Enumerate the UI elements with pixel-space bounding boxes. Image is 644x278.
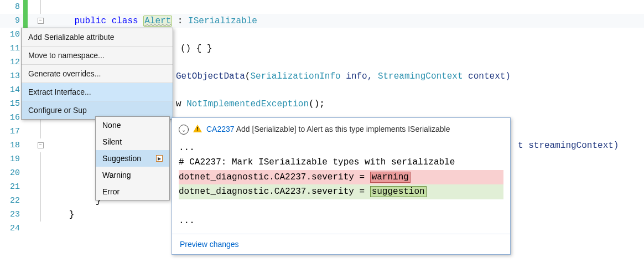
menu-item-move-namespace[interactable]: Move to namespace... [22, 47, 173, 65]
editor-line: 8 [0, 0, 644, 14]
line-number: 13 [0, 71, 23, 81]
preview-panel: ⌄ CA2237 Add [Serializable] to Alert as … [172, 117, 511, 255]
fold-toggle[interactable]: − [38, 18, 44, 24]
line-number: 8 [0, 2, 23, 12]
warning-icon [193, 125, 202, 132]
line-number: 17 [0, 127, 23, 136]
line-number: 18 [0, 141, 23, 150]
change-marker [23, 0, 28, 14]
interface-name: ISerializable [188, 16, 257, 26]
quick-actions-menu[interactable]: Add Serializable attribute Move to names… [21, 28, 173, 120]
line-number: 22 [0, 196, 23, 205]
line-number: 24 [0, 224, 23, 233]
diff-comment: # CA2237: Mark ISerializable types with … [179, 157, 455, 167]
line-number: 20 [0, 168, 23, 178]
line-number: 12 [0, 58, 23, 67]
diff-removed-line: dotnet_diagnostic.CA2237.severity = warn… [179, 170, 503, 184]
severity-warning[interactable]: Warning [96, 167, 169, 183]
chevron-right-icon: ▶ [156, 155, 163, 162]
severity-silent[interactable]: Silent [96, 133, 169, 150]
class-name[interactable]: Alert [143, 16, 172, 27]
menu-item-generate-overrides[interactable]: Generate overrides... [22, 65, 173, 83]
line-number: 10 [0, 30, 23, 39]
fold-toggle[interactable]: − [38, 142, 44, 148]
menu-item-extract-interface[interactable]: Extract Interface... [22, 83, 173, 101]
line-number: 16 [0, 113, 23, 122]
line-number: 23 [0, 210, 23, 219]
line-number: 19 [0, 155, 23, 164]
severity-submenu[interactable]: None Silent Suggestion ▶ Warning Error [95, 116, 170, 200]
line-number: 14 [0, 85, 23, 95]
editor-line: 9 − public class Alert : ISerializable [0, 14, 644, 28]
diff-added-line: dotnet_diagnostic.CA2237.severity = sugg… [179, 184, 503, 199]
line-number: 9 [0, 16, 23, 25]
preview-header: ⌄ CA2237 Add [Serializable] to Alert as … [172, 118, 510, 138]
chevron-down-icon[interactable]: ⌄ [179, 125, 189, 135]
change-marker [23, 14, 28, 28]
keyword: public [74, 16, 106, 26]
code-content[interactable]: public class Alert : ISerializable [53, 16, 257, 26]
preview-diff: ... # CA2237: Mark ISerializable types w… [172, 138, 510, 234]
line-number: 11 [0, 44, 23, 53]
line-number: 15 [0, 99, 23, 109]
severity-none[interactable]: None [96, 117, 169, 133]
keyword: class [112, 16, 138, 26]
severity-suggestion[interactable]: Suggestion ▶ [96, 150, 169, 167]
severity-error[interactable]: Error [96, 183, 169, 200]
line-number: 21 [0, 182, 23, 192]
menu-item-add-serializable[interactable]: Add Serializable attribute [22, 28, 173, 47]
preview-header-text: CA2237 Add [Serializable] to Alert as th… [206, 123, 450, 135]
rule-link[interactable]: CA2237 [206, 125, 235, 133]
preview-changes-link[interactable]: Preview changes [172, 234, 510, 254]
